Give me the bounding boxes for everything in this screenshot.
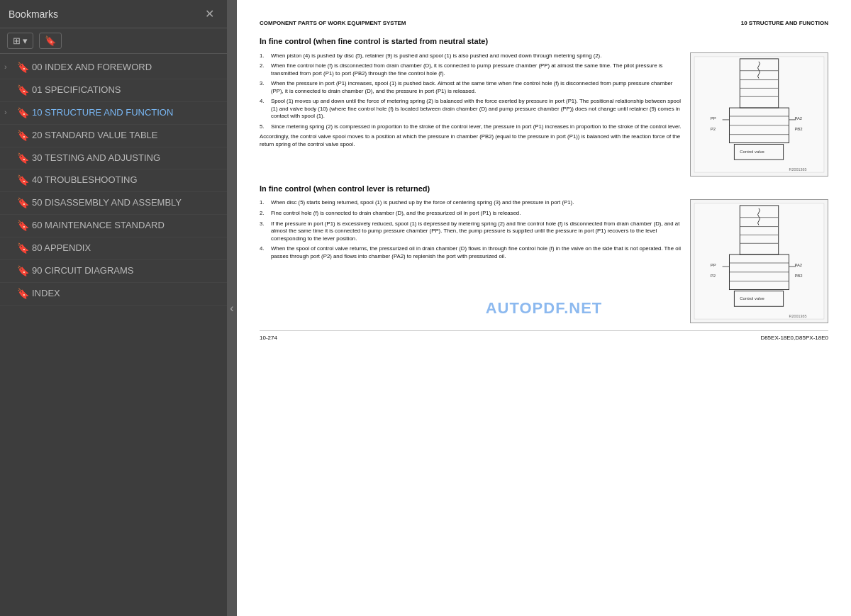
list-text: Spool (1) moves up and down until the fo… (271, 98, 682, 121)
bookmark-list: ›🔖00 INDEX AND FOREWORD🔖01 SPECIFICATION… (0, 54, 227, 616)
footer-left: 10-274 (260, 335, 277, 342)
section2: In fine control (when control lever is r… (260, 184, 828, 324)
bookmark-item-30[interactable]: 🔖30 TESTING AND ADJUSTING (0, 147, 227, 170)
list-text: When piston (4) is pushed by disc (5), r… (271, 52, 601, 60)
svg-text:P2: P2 (711, 126, 716, 130)
list-item: 1.When disc (5) starts being returned, s… (260, 199, 682, 207)
sidebar-collapse-handle[interactable]: ‹ (227, 0, 237, 616)
bookmark-arrow-idx (4, 288, 14, 289)
list-num: 1. (260, 199, 268, 207)
bookmark-label-40: 40 TROUBLESHOOTING (32, 174, 221, 186)
list-text: When disc (5) starts being returned, spo… (271, 199, 574, 207)
bookmark-button[interactable]: 🔖 (39, 33, 62, 49)
bookmark-icon-20: 🔖 (17, 130, 29, 141)
bookmark-item-80[interactable]: 🔖80 APPENDIX (0, 237, 227, 260)
bookmark-arrow-40 (4, 174, 14, 175)
bookmark-label-60: 60 MAINTENANCE STANDARD (32, 220, 221, 232)
section1-diagram: PP PA2 P2 PB2 Control valve R2001365 (690, 52, 828, 177)
svg-text:Control valve: Control valve (740, 297, 764, 301)
list-item: 4.Spool (1) moves up and down until the … (260, 98, 682, 121)
expand-icon: ⊞ (13, 35, 21, 46)
footer-right: D85EX-18E0,D85PX-18E0 (760, 335, 828, 342)
close-button[interactable]: ✕ (201, 6, 218, 22)
list-text: Fine control hole (f) is connected to dr… (271, 210, 521, 218)
bookmark-item-01[interactable]: 🔖01 SPECIFICATIONS (0, 79, 227, 102)
bookmark-label-80: 80 APPENDIX (32, 242, 221, 254)
svg-text:R2001365: R2001365 (789, 315, 807, 319)
list-item: 1.When piston (4) is pushed by disc (5),… (260, 52, 682, 60)
list-num: 4. (260, 245, 268, 260)
bookmark-icon-60: 🔖 (17, 220, 29, 231)
bookmark-arrow-90 (4, 265, 14, 266)
bookmark-label-00: 00 INDEX AND FOREWORD (32, 62, 221, 74)
bookmark-arrow-00: › (4, 62, 14, 71)
section1-extra: Accordingly, the control valve spool mov… (260, 133, 682, 148)
bookmark-item-50[interactable]: 🔖50 DISASSEMBLY AND ASSEMBLY (0, 192, 227, 215)
bookmark-label-30: 30 TESTING AND ADJUSTING (32, 152, 221, 164)
list-text: Since metering spring (2) is compressed … (271, 123, 682, 131)
section2-list: 1.When disc (5) starts being returned, s… (260, 199, 682, 260)
header-left: COMPONENT PARTS OF WORK EQUIPMENT SYSTEM (260, 20, 406, 28)
list-num: 2. (260, 210, 268, 218)
list-num: 4. (260, 98, 268, 121)
main-content: COMPONENT PARTS OF WORK EQUIPMENT SYSTEM… (237, 0, 851, 616)
bookmark-item-20[interactable]: 🔖20 STANDARD VALUE TABLE (0, 125, 227, 147)
list-text: When fine control hole (f) is disconnect… (271, 62, 682, 77)
list-text: If the pressure in port (P1) is excessiv… (271, 220, 682, 243)
section1-list: 1.When piston (4) is pushed by disc (5),… (260, 52, 682, 131)
list-item: 2.Fine control hole (f) is connected to … (260, 210, 682, 218)
list-item: 5.Since metering spring (2) is compresse… (260, 123, 682, 131)
svg-text:P2: P2 (711, 274, 716, 278)
bookmark-item-40[interactable]: 🔖40 TROUBLESHOOTING (0, 169, 227, 192)
bookmark-icon-40: 🔖 (17, 174, 29, 186)
page-footer: 10-274 D85EX-18E0,D85PX-18E0 (260, 330, 828, 342)
bookmark-label-idx: INDEX (32, 288, 221, 300)
bookmark-label-20: 20 STANDARD VALUE TABLE (32, 130, 221, 142)
svg-text:Control valve: Control valve (740, 150, 764, 154)
bookmark-icon-30: 🔖 (17, 152, 29, 164)
list-num: 3. (260, 80, 268, 95)
collapse-arrow-icon: ‹ (230, 302, 233, 315)
list-num: 2. (260, 62, 268, 77)
sidebar-title: Bookmarks (9, 9, 58, 20)
list-item: 2.When fine control hole (f) is disconne… (260, 62, 682, 77)
list-item: 4.When the spool of control valve return… (260, 245, 682, 260)
list-text: When the pressure in port (P1) increases… (271, 80, 682, 95)
sidebar-toolbar: ⊞ ▾ 🔖 (0, 28, 227, 54)
bookmark-arrow-60 (4, 220, 14, 220)
list-num: 1. (260, 52, 268, 60)
pdf-page: COMPONENT PARTS OF WORK EQUIPMENT SYSTEM… (237, 0, 851, 616)
expand-all-button[interactable]: ⊞ ▾ (7, 33, 33, 49)
bookmark-arrow-30 (4, 152, 14, 153)
list-num: 3. (260, 220, 268, 243)
expand-arrow-icon: ▾ (23, 35, 28, 46)
bookmark-label-90: 90 CIRCUIT DIAGRAMS (32, 265, 221, 277)
bookmark-arrow-50 (4, 197, 14, 198)
bookmark-item-00[interactable]: ›🔖00 INDEX AND FOREWORD (0, 57, 227, 79)
section1: In fine control (when fine control is st… (260, 36, 828, 177)
bookmark-icon-90: 🔖 (17, 265, 29, 276)
section1-title: In fine control (when fine control is st… (260, 36, 828, 47)
bookmark-arrow-20 (4, 130, 14, 130)
bookmark-item-60[interactable]: 🔖60 MAINTENANCE STANDARD (0, 215, 227, 237)
list-item: 3.If the pressure in port (P1) is excess… (260, 220, 682, 243)
bookmark-icon-80: 🔖 (17, 242, 29, 254)
section2-diagram-box: PP PA2 P2 PB2 Control valve R2001365 (690, 199, 828, 323)
bookmark-arrow-10: › (4, 107, 14, 116)
bookmark-item-idx[interactable]: 🔖INDEX (0, 283, 227, 306)
bookmark-item-10[interactable]: ›🔖10 STRUCTURE AND FUNCTION (0, 102, 227, 125)
sidebar: Bookmarks ✕ ⊞ ▾ 🔖 ›🔖00 INDEX AND FOREWOR… (0, 0, 227, 616)
svg-text:PB2: PB2 (794, 274, 802, 278)
sidebar-header: Bookmarks ✕ (0, 0, 227, 28)
page-header: COMPONENT PARTS OF WORK EQUIPMENT SYSTEM… (260, 20, 828, 28)
section1-text: 1.When piston (4) is pushed by disc (5),… (260, 52, 682, 177)
bookmark-item-90[interactable]: 🔖90 CIRCUIT DIAGRAMS (0, 260, 227, 283)
svg-text:PP: PP (711, 263, 716, 267)
list-text: When the spool of control valve returns,… (271, 245, 682, 260)
bookmark-arrow-80 (4, 242, 14, 243)
svg-text:R2001365: R2001365 (789, 167, 807, 172)
list-item: 3.When the pressure in port (P1) increas… (260, 80, 682, 95)
bookmark-icon-50: 🔖 (17, 197, 29, 208)
bookmark-icon-10: 🔖 (17, 107, 29, 118)
bookmark-icon-01: 🔖 (17, 84, 29, 96)
